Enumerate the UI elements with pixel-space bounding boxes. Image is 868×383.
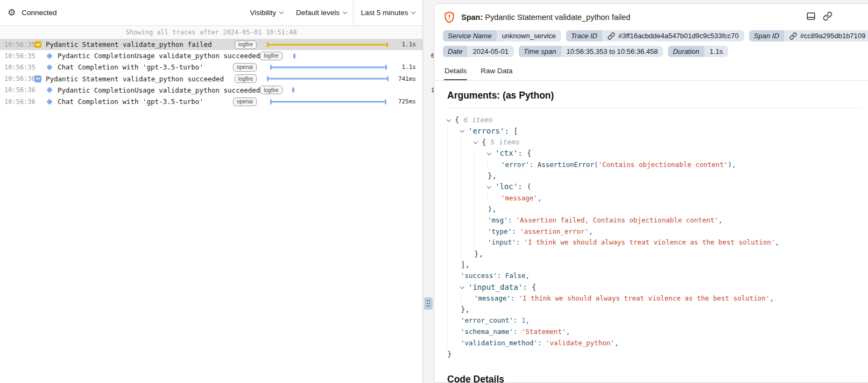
- time-span-pill: Time span 10:56:35.353 to 10:56:36.458: [519, 46, 663, 57]
- link-icon: [789, 32, 797, 40]
- scope-badge: logfire: [235, 40, 257, 49]
- json-line: 'error_count': 1,: [447, 315, 863, 326]
- trace-duration: 725ms: [391, 98, 422, 105]
- json-line: 'message': 'I think we should always tre…: [447, 293, 863, 304]
- duration-bar: [267, 42, 388, 47]
- chevron-down-icon: [411, 9, 415, 13]
- duration-bar: [267, 76, 389, 81]
- span-title: Span: Pydantic Statement validate_python…: [461, 13, 630, 22]
- trace-name: Pydantic Statement validate_python faile…: [46, 40, 212, 48]
- duration-pill: Duration 1.1s: [668, 46, 728, 57]
- trace-name: Pydantic Statement validate_python succe…: [46, 75, 224, 83]
- json-line: 'msg': 'Assertion failed, Contains objec…: [447, 214, 863, 226]
- chevron-down-icon: [343, 9, 347, 13]
- detail-body: Arguments: (as Python) { 6 items'errors'…: [434, 81, 868, 383]
- trace-row[interactable]: 10:56:35Pydantic Statement validate_pyth…: [0, 39, 422, 50]
- trace-duration: 1.1s: [391, 64, 422, 71]
- pill-label: Service Name: [443, 30, 497, 41]
- json-line: 'error': AssertionError('Contains object…: [447, 159, 863, 170]
- trace-row[interactable]: 10:56:36Pydantic CompletionUsage validat…: [0, 85, 422, 96]
- trace-id-pill[interactable]: Trace ID #3ff16acbdde4a547b01d9c9c533fcc…: [566, 30, 744, 41]
- scope-badge: logfire: [260, 52, 282, 60]
- trace-duration: 1.1s: [391, 41, 422, 48]
- trace-row[interactable]: 10:56:35Chat Completion with 'gpt-3.5-tu…: [0, 61, 422, 73]
- json-line: 'input_data': {: [447, 281, 863, 293]
- span-header: Span: Pydantic Statement validate_python…: [434, 4, 868, 29]
- timeline-bar[interactable]: [261, 73, 391, 85]
- time-range-dropdown[interactable]: Last 5 minutes: [353, 0, 422, 25]
- duration-bar: [270, 65, 387, 69]
- diamond-icon: [46, 53, 52, 59]
- timeline-bar[interactable]: [261, 61, 391, 73]
- connection-status: Connected: [22, 9, 57, 17]
- gear-icon[interactable]: ⚙: [8, 7, 16, 18]
- code-details-heading: Code Details: [447, 374, 863, 383]
- trace-timestamp: 10:56:36: [0, 86, 30, 94]
- scope-badge: openai: [233, 98, 257, 106]
- timeline-bar[interactable]: [287, 85, 417, 96]
- timeline-bar[interactable]: [261, 96, 391, 107]
- time-span-value: 10:56:35.353 to 10:56:36.458: [561, 46, 664, 57]
- trace-name: Chat Completion with 'gpt-3.5-turbo': [58, 98, 203, 106]
- span-meta: Service Name unknown_service Trace ID #3…: [434, 29, 868, 57]
- scope-badge: openai: [233, 63, 257, 72]
- window-icon[interactable]: [806, 11, 816, 21]
- date-pill: Date 2024-05-01: [443, 46, 514, 57]
- json-line: },: [447, 304, 863, 315]
- json-line: ),: [447, 204, 863, 215]
- chevron-down-icon: [279, 9, 284, 13]
- traces-subheader: Showing all traces after 2024-05-01 10:5…: [0, 26, 422, 39]
- collapse-chevron-icon[interactable]: [488, 186, 495, 188]
- time-range-label: Last 5 minutes: [361, 9, 408, 17]
- visibility-dropdown-label: Visibility: [250, 9, 276, 17]
- duration-bar: [292, 88, 294, 93]
- trace-row[interactable]: 10:56:36Chat Completion with 'gpt-3.5-tu…: [0, 96, 422, 107]
- expand-toggle-icon[interactable]: [34, 75, 41, 82]
- trace-name: Pydantic CompletionUsage validate_python…: [58, 86, 260, 94]
- trace-toolbar: ⚙ Connected Visibility Default levels La…: [0, 0, 422, 26]
- timeline-bar[interactable]: [261, 39, 391, 50]
- span-detail-panel: Span: Pydantic Statement validate_python…: [434, 3, 868, 383]
- collapse-chevron-icon[interactable]: [488, 152, 495, 155]
- trace-explorer-panel: ⚙ Connected Visibility Default levels La…: [0, 0, 423, 383]
- collapse-chevron-icon[interactable]: [447, 119, 455, 121]
- trace-row[interactable]: 10:56:36Pydantic Statement validate_pyth…: [0, 73, 422, 85]
- json-line: 'input': 'I think we should always treat…: [447, 237, 863, 248]
- json-line: 'message',: [447, 192, 863, 204]
- scope-badge: logfire: [235, 74, 257, 83]
- json-line: { 6 items: [447, 114, 863, 126]
- pill-label: Trace ID: [566, 30, 602, 41]
- json-line: 'schema_name': 'Statement',: [447, 326, 863, 337]
- json-line: 'validation_method': 'validate_python',: [447, 337, 863, 349]
- drag-handle-icon[interactable]: [424, 297, 433, 310]
- diamond-icon: [46, 87, 52, 93]
- trace-name: Pydantic CompletionUsage validate_python…: [58, 52, 260, 60]
- arguments-heading: Arguments: (as Python): [447, 90, 863, 101]
- default-levels-dropdown[interactable]: Default levels: [290, 9, 353, 17]
- tab-details[interactable]: Details: [444, 65, 467, 80]
- timeline-bar[interactable]: [287, 50, 417, 61]
- trace-timestamp: 10:56:35: [0, 52, 30, 60]
- duration-value: 1.1s: [704, 46, 729, 57]
- trace-timestamp: 10:56:36: [0, 75, 30, 82]
- link-icon[interactable]: [823, 11, 832, 21]
- diamond-icon: [46, 64, 52, 70]
- trace-id-value: #3ff16acbdde4a547b01d9c9c533fcc70: [618, 32, 739, 40]
- collapse-chevron-icon[interactable]: [461, 130, 468, 132]
- pill-label: Duration: [668, 46, 704, 57]
- collapse-chevron-icon[interactable]: [461, 286, 468, 288]
- expand-toggle-icon[interactable]: [34, 41, 41, 48]
- tab-raw-data[interactable]: Raw Data: [480, 65, 513, 80]
- json-line: },: [447, 170, 863, 181]
- pill-value: unknown_service: [497, 30, 561, 41]
- visibility-dropdown[interactable]: Visibility: [243, 9, 290, 17]
- warning-shield-icon: [443, 11, 456, 24]
- trace-timestamp: 10:56:35: [0, 41, 30, 48]
- json-line: { 5 items: [447, 136, 863, 148]
- trace-row[interactable]: 10:56:35Pydantic CompletionUsage validat…: [0, 50, 422, 61]
- collapse-chevron-icon[interactable]: [474, 141, 482, 143]
- span-id-pill[interactable]: Span ID #cc89a295db1b7109: [749, 30, 868, 41]
- json-line: 'success': False,: [447, 270, 863, 282]
- json-line: 'errors': [: [447, 126, 863, 137]
- span-title-text: Pydantic Statement validate_python faile…: [485, 13, 630, 22]
